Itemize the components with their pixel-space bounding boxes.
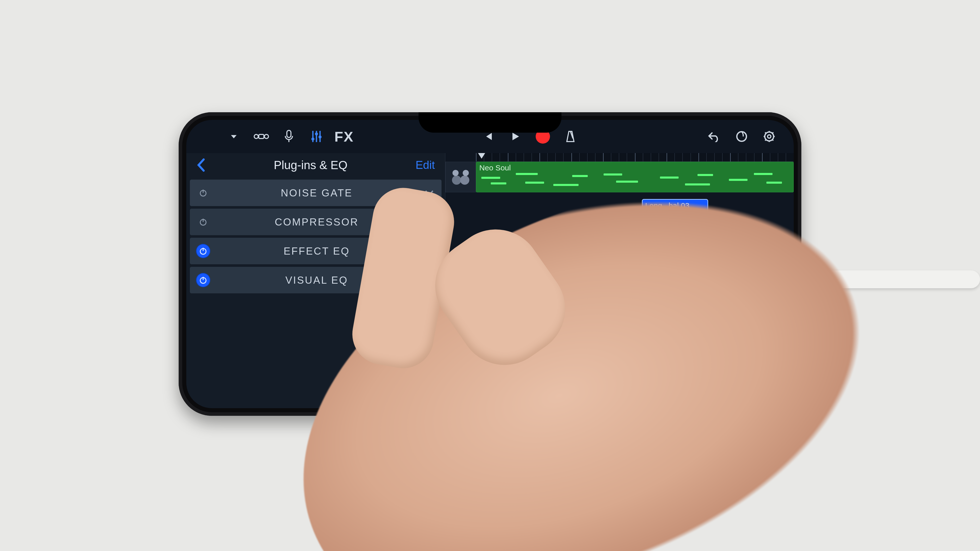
svg-point-5 — [315, 132, 318, 135]
lightning-cable — [817, 270, 980, 288]
region-label: Long...bal 03 — [645, 201, 705, 210]
svg-point-9 — [768, 135, 771, 138]
svg-point-7 — [737, 132, 746, 141]
midi-notes — [478, 171, 791, 190]
region-label: Neo Soul — [479, 164, 791, 172]
device-notch — [418, 112, 562, 133]
loop-icon[interactable] — [732, 127, 751, 146]
plugin-name: NOISE GATE — [217, 187, 417, 199]
timeline-area: + Neo Soul — [445, 153, 794, 408]
plugin-name: VISUAL EQ — [217, 275, 417, 286]
svg-point-2 — [264, 135, 269, 138]
svg-point-0 — [254, 135, 258, 138]
back-chevron-icon[interactable] — [194, 159, 208, 171]
toolbar-left-group: FX — [224, 127, 353, 146]
toolbar-right-group — [705, 127, 778, 146]
edit-button[interactable]: Edit — [413, 159, 438, 171]
power-toggle-icon[interactable] — [196, 273, 210, 287]
timeline-ruler[interactable] — [476, 153, 794, 162]
plugin-row-compressor[interactable]: COMPRESSOR — [190, 209, 442, 235]
panel-title: Plug-ins & EQ — [213, 158, 408, 172]
plugin-row-effect-eq[interactable]: EFFECT EQ — [190, 238, 442, 264]
svg-rect-1 — [259, 135, 264, 138]
mixer-sliders-icon[interactable] — [307, 127, 326, 146]
fx-button[interactable]: FX — [335, 127, 353, 146]
plugin-name: COMPRESSOR — [217, 216, 417, 228]
chevron-down-icon[interactable] — [423, 190, 435, 196]
plugin-name: EFFECT EQ — [217, 245, 417, 257]
svg-point-14 — [452, 176, 461, 185]
undo-icon[interactable] — [705, 127, 723, 146]
track-view-icon[interactable] — [252, 127, 270, 146]
power-toggle-icon[interactable] — [196, 186, 210, 200]
fx-label: FX — [334, 128, 354, 145]
svg-point-15 — [460, 176, 469, 185]
midi-region-neo-soul[interactable]: Neo Soul — [476, 162, 794, 192]
svg-point-16 — [452, 170, 458, 176]
plugin-row-visual-eq[interactable]: VISUAL EQ — [190, 267, 442, 293]
microphone-icon[interactable] — [280, 127, 298, 146]
audio-region-selected[interactable]: Long...bal 03 — [642, 199, 708, 237]
panel-header: Plug-ins & EQ Edit — [186, 153, 445, 177]
iphone-device-frame: FX — [179, 112, 801, 416]
drum-kit-icon — [450, 167, 471, 187]
track-header-drums[interactable] — [445, 162, 476, 192]
metronome-icon[interactable] — [561, 127, 579, 146]
plugin-row-noise-gate[interactable]: NOISE GATE — [190, 179, 442, 206]
svg-point-4 — [311, 138, 314, 141]
plugin-list: NOISE GATE COMPRESSOR EFFE — [186, 177, 445, 293]
waveform-icon — [645, 216, 705, 234]
svg-point-6 — [318, 135, 321, 138]
power-toggle-icon[interactable] — [196, 244, 210, 258]
svg-point-17 — [463, 170, 469, 176]
browser-dropdown-icon[interactable] — [224, 127, 243, 146]
power-toggle-icon[interactable] — [196, 215, 210, 229]
playhead-icon[interactable] — [478, 153, 485, 159]
settings-gear-icon[interactable] — [760, 127, 778, 146]
app-screen: FX — [186, 120, 794, 408]
plugins-panel: Plug-ins & EQ Edit NOISE GATE — [186, 153, 445, 408]
svg-rect-3 — [287, 130, 291, 138]
